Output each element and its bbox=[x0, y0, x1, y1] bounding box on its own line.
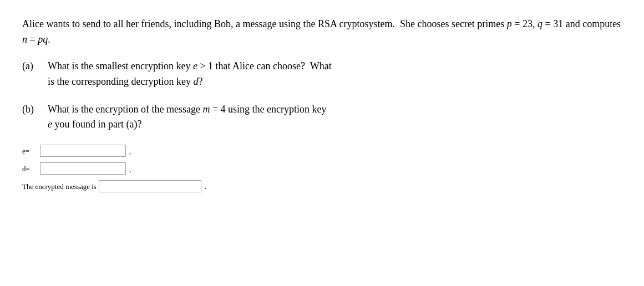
e-comma: , bbox=[129, 146, 131, 157]
part-b-label: (b) bbox=[22, 102, 48, 117]
intro-text: Alice wants to send to all her friends, … bbox=[22, 18, 621, 29]
answer-e-row: e= , bbox=[22, 145, 622, 157]
answer-section: e= , d= , The encrypted message is . bbox=[22, 145, 622, 192]
part-b: (b) What is the encryption of the messag… bbox=[22, 102, 622, 133]
e-label: e= bbox=[22, 146, 38, 157]
part-a-label: (a) bbox=[22, 59, 48, 74]
encrypted-input[interactable] bbox=[99, 180, 201, 192]
d-label: d= bbox=[22, 164, 38, 175]
part-a: (a) What is the smallest encryption key … bbox=[22, 59, 622, 90]
encrypted-label: The encrypted message is bbox=[22, 181, 97, 192]
part-b-content: What is the encryption of the message m … bbox=[48, 102, 622, 133]
e-input[interactable] bbox=[40, 145, 126, 157]
encrypted-period: . bbox=[205, 181, 206, 192]
part-b-text: What is the encryption of the message m … bbox=[48, 104, 327, 130]
intro-paragraph: Alice wants to send to all her friends, … bbox=[22, 17, 622, 48]
answer-d-row: d= , bbox=[22, 162, 622, 175]
part-a-content: What is the smallest encryption key e > … bbox=[48, 59, 622, 90]
answer-encrypted-row: The encrypted message is . bbox=[22, 180, 622, 192]
d-input[interactable] bbox=[40, 162, 126, 175]
part-a-text: What is the smallest encryption key e > … bbox=[48, 60, 332, 87]
intro-n-line: n = pq. bbox=[22, 34, 50, 45]
problem-container: Alice wants to send to all her friends, … bbox=[22, 17, 622, 192]
d-comma: , bbox=[129, 164, 131, 175]
